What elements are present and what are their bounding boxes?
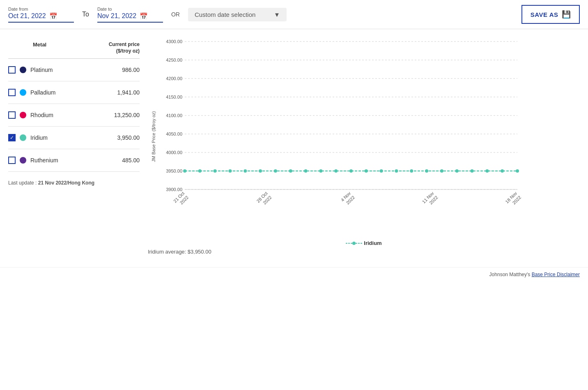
- rhodium-checkbox[interactable]: [8, 111, 16, 119]
- svg-text:4100.00: 4100.00: [166, 113, 182, 118]
- date-to-value: Nov 21, 2022: [97, 12, 136, 20]
- disclaimer-link[interactable]: Base Price Disclaimer: [532, 272, 580, 277]
- svg-point-51: [516, 169, 519, 173]
- save-icon: 💾: [562, 10, 571, 19]
- date-to-field[interactable]: Date to Nov 21, 2022 📅: [97, 7, 163, 23]
- footer: Johnson Matthey's Base Price Disclaimer: [0, 267, 588, 282]
- ruthenium-price: 485.00: [111, 157, 140, 164]
- palladium-price: 1,941.00: [111, 89, 140, 96]
- iridium-price: 3,950.00: [111, 134, 140, 141]
- iridium-dot: [20, 134, 26, 141]
- svg-point-32: [228, 169, 232, 173]
- svg-point-39: [334, 169, 338, 173]
- metals-rows: Platinum986.00Palladium1,941.00Rhodium13…: [8, 59, 140, 172]
- top-bar: Date from Oct 21, 2022 📅 To Date to Nov …: [0, 0, 588, 29]
- svg-text:4300.00: 4300.00: [166, 39, 182, 44]
- main-content: Metal Current price ($/troy oz) Platinum…: [0, 29, 588, 263]
- platinum-price: 986.00: [111, 67, 140, 73]
- save-as-button[interactable]: SAVE AS 💾: [521, 5, 580, 24]
- metal-row-platinum[interactable]: Platinum986.00: [8, 59, 140, 81]
- chart-legend: Iridium: [148, 240, 580, 246]
- ruthenium-dot: [20, 157, 26, 164]
- svg-point-38: [319, 169, 322, 173]
- svg-point-46: [440, 169, 443, 173]
- date-from-field[interactable]: Date from Oct 21, 2022 📅: [8, 7, 74, 23]
- svg-point-37: [304, 169, 308, 173]
- col-price-header: Current price ($/troy oz): [109, 42, 140, 54]
- svg-point-31: [214, 169, 217, 173]
- iridium-checkbox[interactable]: [8, 134, 16, 141]
- svg-point-50: [501, 169, 504, 173]
- date-to-label: Date to: [97, 7, 163, 12]
- svg-text:3950.00: 3950.00: [166, 168, 182, 173]
- calendar-from-icon[interactable]: 📅: [49, 12, 57, 20]
- ruthenium-name: Ruthenium: [30, 157, 107, 164]
- svg-point-33: [243, 169, 247, 173]
- save-as-label: SAVE AS: [531, 11, 558, 18]
- or-label: OR: [170, 11, 181, 18]
- platinum-name: Platinum: [30, 67, 107, 73]
- svg-point-42: [380, 169, 383, 173]
- to-label: To: [80, 11, 91, 18]
- rhodium-dot: [20, 112, 26, 118]
- platinum-checkbox[interactable]: [8, 66, 16, 74]
- date-from-label: Date from: [8, 7, 74, 12]
- svg-point-45: [425, 169, 428, 173]
- custom-date-label: Custom date selection: [195, 11, 255, 18]
- metals-panel: Metal Current price ($/troy oz) Platinum…: [8, 37, 140, 255]
- average-text: Iridium average: $3,950.00: [148, 249, 580, 255]
- svg-text:4200.00: 4200.00: [166, 76, 182, 81]
- disclaimer-text: Johnson Matthey's Base Price Disclaimer: [489, 272, 580, 277]
- svg-point-43: [395, 169, 398, 173]
- svg-point-35: [274, 169, 277, 173]
- metal-row-rhodium[interactable]: Rhodium13,250.00: [8, 104, 140, 127]
- svg-text:4250.00: 4250.00: [166, 58, 182, 62]
- svg-text:4050.00: 4050.00: [166, 132, 182, 136]
- metals-table-header: Metal Current price ($/troy oz): [8, 37, 140, 59]
- palladium-dot: [20, 89, 26, 96]
- iridium-name: Iridium: [30, 134, 107, 141]
- chevron-down-icon: ▼: [274, 11, 280, 18]
- svg-point-41: [365, 169, 368, 173]
- calendar-to-icon[interactable]: 📅: [140, 12, 148, 20]
- svg-text:4000.00: 4000.00: [166, 150, 182, 155]
- metal-row-iridium[interactable]: Iridium3,950.00: [8, 127, 140, 149]
- svg-point-29: [183, 169, 186, 173]
- ruthenium-checkbox[interactable]: [8, 157, 16, 164]
- palladium-name: Palladium: [30, 89, 107, 96]
- svg-point-40: [349, 169, 353, 173]
- platinum-dot: [20, 67, 26, 73]
- palladium-checkbox[interactable]: [8, 89, 16, 96]
- date-from-value: Oct 21, 2022: [8, 12, 46, 20]
- rhodium-name: Rhodium: [30, 112, 107, 118]
- svg-point-36: [289, 169, 292, 173]
- custom-date-dropdown[interactable]: Custom date selection ▼: [188, 8, 287, 21]
- y-axis-label: JM Base Price ($/troy oz): [148, 37, 156, 236]
- svg-point-44: [410, 169, 413, 173]
- metal-row-ruthenium[interactable]: Ruthenium485.00: [8, 149, 140, 172]
- chart-area: JM Base Price ($/troy oz) 4300.004250.00…: [148, 37, 580, 255]
- svg-point-47: [455, 169, 459, 173]
- svg-point-53: [352, 242, 356, 245]
- svg-point-48: [471, 169, 474, 173]
- legend-label: Iridium: [364, 240, 381, 246]
- svg-point-49: [485, 169, 489, 173]
- svg-point-30: [198, 169, 202, 173]
- svg-point-34: [259, 169, 262, 173]
- svg-text:4150.00: 4150.00: [166, 95, 182, 99]
- last-update: Last update : 21 Nov 2022/Hong Kong: [8, 180, 140, 186]
- rhodium-price: 13,250.00: [111, 112, 140, 118]
- svg-text:3900.00: 3900.00: [166, 187, 182, 192]
- col-metal-header: Metal: [33, 42, 46, 54]
- metal-row-palladium[interactable]: Palladium1,941.00: [8, 81, 140, 104]
